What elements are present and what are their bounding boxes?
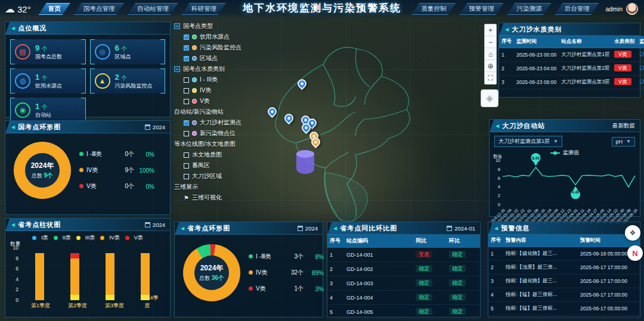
target-icon: ◉ [15, 102, 30, 118]
layer-item-2-1[interactable]: 新污染物点位 [184, 129, 299, 138]
locate-button[interactable]: ⊕ [485, 60, 496, 72]
column-header-2: 同比 [413, 235, 447, 248]
checkbox-unchecked[interactable] [184, 163, 189, 169]
grade-badge: V类 [614, 51, 631, 58]
stat-card-0: ▤9 个国考点总数 [10, 39, 86, 64]
basemap-3d-button[interactable]: ◈ [481, 89, 499, 107]
layer-item-0-2[interactable]: 区域点 [184, 54, 299, 63]
checkbox-unchecked[interactable] [184, 99, 189, 104]
checkbox-checked[interactable] [184, 120, 189, 126]
bar-y-tick: 0 [9, 297, 18, 303]
checkbox-unchecked[interactable] [184, 88, 189, 94]
detail-link[interactable]: ◎ 详情 [639, 65, 644, 71]
calendar-icon [145, 124, 150, 130]
table-row-4: 5指标:【锰】超三倍标...2025-06-17 05:00:00 [488, 302, 640, 316]
collapse-icon[interactable]: − [174, 23, 180, 29]
user-widget[interactable]: admin [605, 3, 638, 15]
checkbox-unchecked[interactable] [184, 131, 189, 136]
layer-item-2-0[interactable]: 大刀沙村监测点 [184, 119, 299, 127]
calendar-icon [298, 226, 303, 231]
bar-segment-IV类 [35, 253, 44, 300]
provincial-bar-chart: 数量1086420第1季度第2季度第3季度第4季度 [9, 243, 165, 310]
widget-molecule-button[interactable]: ❖ [625, 225, 640, 241]
panel-warning: ◀ 预警信息 序号预警内容预警时间1指标:【硫化物】超三...2025-06-1… [488, 222, 640, 317]
checkbox-checked[interactable] [184, 56, 189, 61]
map-layer-tree: −国考点类型饮用水源点污染风险监控点区域点−国考点水质类别I - III类IV类… [174, 20, 299, 204]
panel-warning-title: 预警信息 [501, 224, 530, 233]
fullscreen-button[interactable]: ⛶ [485, 72, 496, 84]
layer-item-4-0[interactable]: ⚑三维可视化 [184, 194, 299, 202]
layer-item-label: 番禺区 [192, 161, 210, 170]
nav-tab-left-3[interactable]: 科研管理 [182, 3, 226, 15]
yoy-status-badge: 稳定 [416, 265, 432, 272]
layer-item-1-1[interactable]: IV类 [184, 86, 299, 95]
detail-link[interactable]: ◎ 详情 [639, 51, 644, 57]
national-ring-legend: I -Ⅲ类0个0%IV类9个100%V类0个0% [79, 150, 164, 191]
bar-plot-area [22, 248, 163, 300]
nav-tab-right-3[interactable]: 后台管理 [555, 3, 599, 15]
layer-item-3-2[interactable]: 大刀沙区域 [184, 172, 299, 180]
bar-legend-3: IV类 [100, 234, 120, 242]
checkbox-unchecked[interactable] [184, 152, 189, 158]
stat-card-3: ▲2 个污染风险监控点 [90, 68, 166, 94]
nav-tab-right-0[interactable]: 质量控制 [411, 3, 456, 15]
national-ring-chart: 2024年 总数 9个 [14, 142, 71, 199]
layer-item-0-0[interactable]: 饮用水源点 [184, 33, 299, 41]
weather-widget: ☁ 32° [5, 3, 31, 15]
layer-group-title: 三维展示 [174, 183, 198, 191]
nav-tab-right-2[interactable]: 污染溯源 [507, 3, 551, 15]
panel-provincial-ring: ◀ 省考点环形图 2024 2024年 总数 36个 I -Ⅲ类3个8%IV类3… [174, 222, 323, 317]
stat-card-2: ◍1 个饮用水源点 [10, 68, 86, 94]
stat-card-4: ◉1 个自动站 [10, 98, 86, 123]
layer-dot-icon [192, 88, 197, 93]
checkbox-checked[interactable] [184, 35, 189, 40]
checkbox-unchecked[interactable] [184, 174, 189, 179]
collapse-icon[interactable]: − [174, 66, 180, 72]
layer-item-1-2[interactable]: V类 [184, 97, 299, 105]
checkbox-checked[interactable] [184, 45, 189, 51]
bar-chart-legend: I类II类III类IV类V类 [5, 234, 170, 242]
layer-item-0-1[interactable]: 污染风险监控点 [184, 43, 299, 52]
latest-data-link[interactable]: 最新数据 [612, 122, 635, 130]
bar-segment-IV类 [70, 258, 79, 295]
yoy-status-badge: 稳定 [416, 308, 432, 315]
nav-tab-left-0[interactable]: 首页 [39, 3, 70, 15]
national-ring-date-picker[interactable]: 2024 [145, 124, 165, 130]
warning-table: 序号预警内容预警时间1指标:【硫化物】超三...2025-06-18 05:00… [488, 235, 640, 316]
nav-tab-left-2[interactable]: 自动站管理 [128, 3, 178, 15]
stat-card-1: ◎6 个区域点 [90, 39, 166, 64]
water-quality-table: 序号监测时间站点名称水质类别监测值12025-06-23 00:00大刀沙村监测… [499, 36, 644, 89]
table-row-0: 1指标:【硫化物】超三...2025-06-18 05:00:00 [488, 247, 640, 261]
checkbox-unchecked[interactable] [184, 77, 189, 83]
column-header-0: 序号 [499, 36, 514, 48]
home-button[interactable]: ⌂ [485, 48, 496, 60]
detail-link[interactable]: ◎ 详情 [639, 79, 644, 85]
nav-tab-right-1[interactable]: 预警管理 [459, 3, 503, 15]
legend-row-0: I -Ⅲ类3个8% [249, 253, 324, 261]
line-legend-marker [550, 152, 560, 154]
provincial-bar-date-picker[interactable]: 2024 [145, 222, 165, 228]
layer-item-3-1[interactable]: 番禺区 [184, 161, 299, 170]
layer-item-label: V类 [200, 97, 210, 105]
nav-tab-left-1[interactable]: 国考点管理 [74, 3, 125, 15]
layer-item-3-0[interactable]: 水文地质图 [184, 151, 299, 159]
station-select[interactable]: 大刀沙村监测点第1层▼ [494, 136, 562, 147]
avatar[interactable] [626, 3, 638, 15]
zoom-in-button[interactable]: + [485, 24, 496, 36]
compare-date-picker[interactable]: 2024-01 [447, 225, 475, 232]
zoom-out-button[interactable]: − [485, 36, 496, 48]
layer-item-1-0[interactable]: I - III类 [184, 76, 299, 84]
layer-group-header-1: −国考点水质类别 [174, 65, 299, 73]
layer-item-label: 大刀沙区域 [192, 172, 222, 180]
provincial-ring-date-picker[interactable]: 2024 [298, 225, 318, 232]
layer-dot-icon [192, 35, 197, 39]
parameter-select[interactable]: pH▼ [612, 137, 635, 147]
dashboard: ☁ 32° 首页国考点管理自动站管理科研管理 地下水环境监测与污染预警系统 质量… [0, 0, 644, 321]
layer-group-title: 自动站/新污染物站 [174, 108, 224, 116]
table-row-3: 4指标:【锰】超三倍标...2025-06-17 17:00:00 [488, 288, 640, 302]
stat-value: 2 个 [115, 73, 153, 82]
bar-x-label: 第4季度 [145, 294, 159, 310]
stat-label: 自动站 [35, 111, 51, 119]
layer-item-label: 饮用水源点 [200, 33, 230, 41]
widget-n-logo-button[interactable]: N [627, 245, 643, 261]
